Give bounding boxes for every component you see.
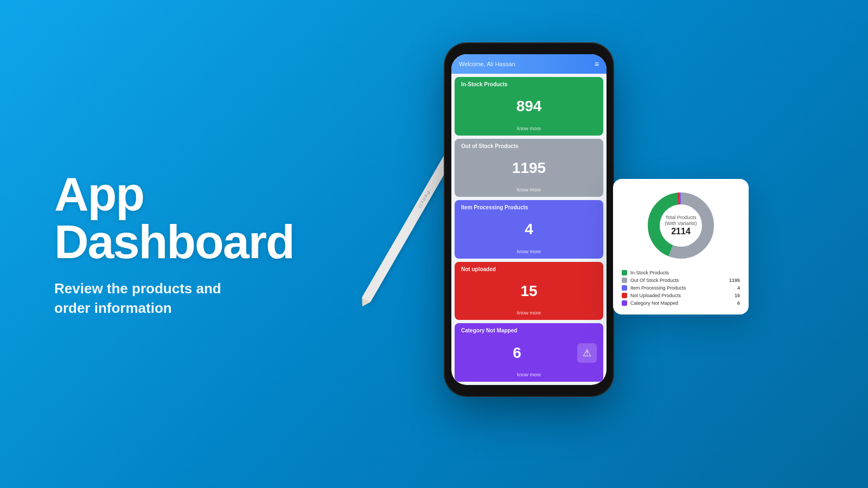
card-out-stock-value: 1195 xyxy=(461,160,597,176)
donut-total: 2114 xyxy=(665,227,697,236)
legend-value-not-uploaded: 15 xyxy=(735,293,740,298)
card-processing-know-more[interactable]: know more xyxy=(461,249,597,254)
legend-dot-in-stock xyxy=(622,270,627,275)
phone-header: Welcome, Ali Hassan ≡ xyxy=(451,54,607,74)
chart-legend: In-Stock Products Out Of Stock Products … xyxy=(622,270,740,306)
card-processing-value: 4 xyxy=(461,222,597,237)
card-out-stock-label: Out of Stock Products xyxy=(461,143,597,149)
card-not-uploaded[interactable]: Not uploaded 15 know more xyxy=(455,262,603,320)
legend-label-processing: Item Processing Products xyxy=(630,285,734,291)
legend-not-uploaded: Not Uploaded Products 15 xyxy=(622,293,740,298)
legend-label-not-mapped: Category Not Mapped xyxy=(630,300,734,306)
pencil-label: Pencil xyxy=(417,190,431,210)
phone-frame: Welcome, Ali Hassan ≡ In-Stock Products … xyxy=(445,43,613,396)
card-processing[interactable]: Item Processing Products 4 know more xyxy=(455,200,603,259)
card-in-stock[interactable]: In-Stock Products 894 know more xyxy=(455,77,603,136)
app-title: App Dashboard xyxy=(54,170,294,266)
legend-dot-out-stock xyxy=(622,278,627,283)
hamburger-icon[interactable]: ≡ xyxy=(595,60,599,68)
legend-dot-processing xyxy=(622,285,627,291)
card-not-mapped-know-more[interactable]: know more xyxy=(461,372,597,377)
app-subtitle: Review the products and order informatio… xyxy=(54,279,260,318)
legend-processing: Item Processing Products 4 xyxy=(622,285,740,291)
card-in-stock-label: In-Stock Products xyxy=(461,81,597,87)
legend-in-stock: In-Stock Products xyxy=(622,270,740,275)
legend-dot-not-mapped xyxy=(622,300,627,306)
card-not-uploaded-know-more[interactable]: know more xyxy=(461,310,597,316)
card-not-mapped-label: Category Not Mapped xyxy=(461,328,597,333)
card-not-uploaded-value: 15 xyxy=(461,284,597,299)
legend-label-not-uploaded: Not Uploaded Products xyxy=(630,293,731,298)
legend-value-out-stock: 1195 xyxy=(729,278,740,283)
card-in-stock-value: 894 xyxy=(461,99,597,114)
card-not-mapped-value: 6 xyxy=(461,345,573,361)
chart-card: Total Products (With Variants) 2114 In-S… xyxy=(613,179,749,314)
legend-label-in-stock: In-Stock Products xyxy=(630,270,737,275)
legend-dot-not-uploaded xyxy=(622,293,627,298)
donut-chart: Total Products (With Variants) 2114 xyxy=(643,188,719,264)
phone-screen: Welcome, Ali Hassan ≡ In-Stock Products … xyxy=(451,54,607,385)
phone-welcome-text: Welcome, Ali Hassan xyxy=(459,61,515,67)
legend-label-out-stock: Out Of Stock Products xyxy=(630,278,726,283)
legend-value-processing: 4 xyxy=(737,285,740,291)
donut-title: Total Products (With Variants) xyxy=(665,215,697,227)
card-out-stock[interactable]: Out of Stock Products 1195 know more xyxy=(455,139,603,197)
card-out-stock-know-more[interactable]: know more xyxy=(461,187,597,192)
donut-center-text: Total Products (With Variants) 2114 xyxy=(665,215,697,236)
phone-cards-container: In-Stock Products 894 know more Out of S… xyxy=(451,74,607,385)
legend-not-mapped: Category Not Mapped 6 xyxy=(622,300,740,306)
card-processing-label: Item Processing Products xyxy=(461,204,597,210)
card-not-mapped[interactable]: Category Not Mapped 6 ⚠ know more xyxy=(455,323,603,382)
legend-out-stock: Out Of Stock Products 1195 xyxy=(622,278,740,283)
legend-value-not-mapped: 6 xyxy=(737,300,740,306)
card-in-stock-know-more[interactable]: know more xyxy=(461,126,597,131)
phone-mockup: Welcome, Ali Hassan ≡ In-Stock Products … xyxy=(445,43,613,396)
card-not-uploaded-label: Not uploaded xyxy=(461,266,597,272)
warning-icon: ⚠ xyxy=(577,343,597,363)
left-section: App Dashboard Review the products and or… xyxy=(54,170,294,318)
